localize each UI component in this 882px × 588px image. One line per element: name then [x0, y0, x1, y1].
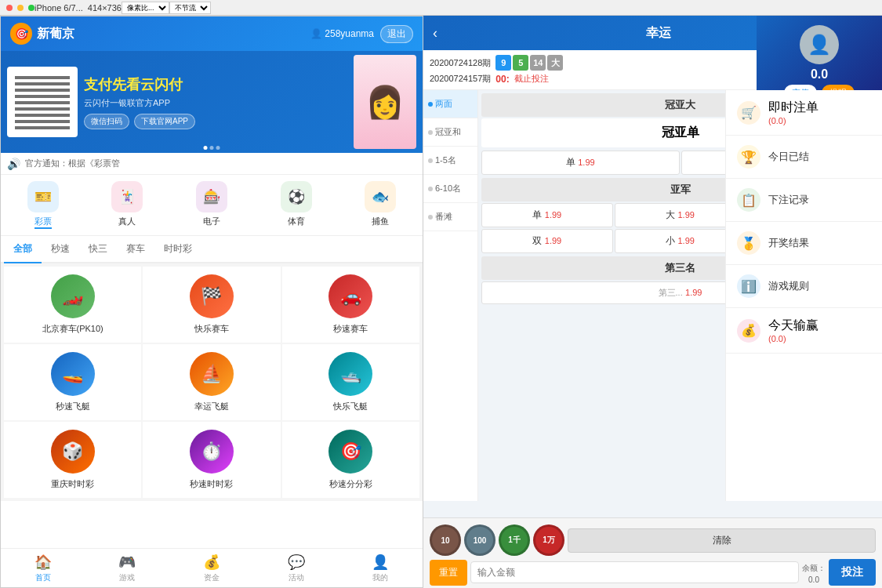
money-icon: 💰 — [737, 319, 760, 343]
menu-today-win[interactable]: 💰 今天输赢 (0.0) — [726, 308, 882, 354]
bet-single[interactable]: 单 1.99 — [481, 151, 680, 175]
chip-10[interactable]: 10 — [430, 524, 461, 556]
game-speedrace[interactable]: 🚗 秒速赛车 — [282, 267, 419, 343]
mine-icon: 👤 — [372, 554, 389, 571]
menu-bet-record[interactable]: 📋 下注记录 — [726, 179, 882, 222]
sidebar-fantane[interactable]: 番滩 — [423, 203, 477, 231]
sidebar-guanyahe[interactable]: 冠亚和 — [423, 118, 477, 147]
lnum-4: 大 — [547, 55, 563, 71]
menu-bet-record-label: 下注记录 — [768, 193, 809, 207]
lnum-2: 5 — [513, 55, 528, 71]
throttle-select[interactable]: 不节流 — [169, 2, 211, 14]
browser-controls — [6, 5, 34, 11]
game-klrace-icon: 🏁 — [190, 274, 234, 318]
tab-race[interactable]: 赛车 — [117, 236, 154, 263]
cat-electronic[interactable]: 🎰 电子 — [196, 181, 227, 229]
nav-mine[interactable]: 👤 我的 — [338, 554, 423, 583]
game-speedboat[interactable]: 🚤 秒速飞艇 — [4, 344, 141, 420]
chip-100[interactable]: 100 — [464, 524, 495, 556]
nav-mine-label: 我的 — [372, 572, 388, 583]
clear-button[interactable]: 清除 — [568, 528, 876, 553]
expand-dot[interactable] — [28, 5, 34, 11]
banner-buttons: 微信扫码 下载官网APP — [84, 114, 347, 129]
menu-instant-order[interactable]: 🛒 即时注单 (0.0) — [726, 90, 882, 136]
lottery-info: 20200724128期 9 5 14 大 20200724157期 00: 截… — [423, 50, 757, 90]
cat-fishing[interactable]: 🐟 捕鱼 — [365, 181, 396, 229]
cat-sports-icon: ⚽ — [281, 181, 312, 212]
notice-icon: 🔊 — [7, 158, 20, 170]
game-bjpk10[interactable]: 🏎️ 北京赛车(PK10) — [4, 267, 141, 343]
lnum-3: 14 — [530, 55, 546, 71]
record-icon: 📋 — [737, 188, 760, 212]
menu-today-result[interactable]: 🏆 今日已结 — [726, 136, 882, 179]
banner-title: 支付先看云闪付 — [84, 75, 347, 94]
game-speedtime-name: 秒速时时彩 — [190, 478, 233, 490]
bet-ru-single[interactable]: 单 1.99 — [481, 203, 613, 227]
qr-code — [15, 74, 70, 129]
banner-btn-download[interactable]: 下载官网APP — [134, 114, 195, 129]
nav-activity[interactable]: 💬 活动 — [254, 554, 339, 583]
game-bjpk10-name: 北京赛车(PK10) — [42, 323, 103, 335]
chip-10k[interactable]: 1万 — [533, 524, 564, 556]
tab-fast3[interactable]: 快三 — [79, 236, 117, 263]
app-header: 🎯 新葡京 👤 258yuanma 退出 — [1, 16, 423, 51]
cat-lottery[interactable]: 🎫 彩票 — [27, 181, 59, 229]
home-icon: 🏠 — [34, 554, 52, 571]
bet-ru-double[interactable]: 双 1.99 — [481, 229, 613, 253]
notice-bar: 🔊 官方通知：根据《彩票管 — [1, 153, 423, 175]
back-button[interactable]: ‹ — [433, 25, 437, 42]
header-right: 👤 258yuanma 退出 — [310, 25, 413, 43]
dot-2 — [210, 146, 214, 150]
game-luckboat[interactable]: ⛵ 幸运飞艇 — [143, 344, 280, 420]
cart-icon: 🛒 — [737, 101, 760, 125]
cat-sports[interactable]: ⚽ 体育 — [281, 181, 312, 229]
lottery-nums: 9 5 14 大 — [495, 55, 563, 71]
game-klrace[interactable]: 🏁 快乐赛车 — [143, 267, 280, 343]
close-dot[interactable] — [6, 5, 13, 11]
nav-activity-label: 活动 — [289, 572, 304, 583]
minimize-dot[interactable] — [17, 5, 24, 11]
cat-electronic-icon: 🎰 — [196, 181, 227, 212]
period1-text: 20200724128期 — [430, 57, 491, 69]
submit-button[interactable]: 投注 — [829, 559, 876, 586]
resolution-width: 414 — [88, 3, 102, 13]
tab-fast[interactable]: 秒速 — [42, 236, 79, 263]
logout-button[interactable]: 退出 — [380, 25, 413, 43]
game-bjpk10-icon: 🏎️ — [51, 274, 95, 318]
game-fastboat-name: 快乐飞艇 — [333, 401, 368, 412]
notice-text: 官方通知：根据《彩票管 — [25, 158, 120, 169]
sidebar-6to10[interactable]: 6-10名 — [423, 175, 477, 203]
menu-game-rules[interactable]: ℹ️ 游戏规则 — [726, 265, 882, 308]
trophy-icon: 🏆 — [737, 145, 760, 169]
sidebar-dot-1to5 — [428, 158, 433, 163]
nav-finance[interactable]: 💰 资金 — [169, 554, 254, 583]
game-speedsub[interactable]: 🎯 秒速分分彩 — [282, 422, 419, 498]
game-fastboat[interactable]: 🛥️ 快乐飞艇 — [282, 344, 419, 420]
tab-all[interactable]: 全部 — [4, 236, 42, 263]
tab-time[interactable]: 时时彩 — [154, 236, 201, 263]
game-luckboat-name: 幸运飞艇 — [194, 401, 229, 412]
game-speedrace-icon: 🚗 — [328, 274, 372, 318]
chip-1k[interactable]: 1千 — [499, 524, 530, 556]
game-speedsub-name: 秒速分分彩 — [329, 478, 372, 490]
reset-button[interactable]: 重置 — [430, 560, 467, 586]
menu-open-result[interactable]: 🥇 开奖结果 — [726, 222, 882, 265]
sidebar-liangmian[interactable]: 两面 — [423, 90, 477, 118]
activity-icon: 💬 — [288, 554, 305, 571]
banner-btn-wechat[interactable]: 微信扫码 — [84, 114, 129, 129]
game-speedtime[interactable]: ⏱️ 秒速时时彩 — [143, 422, 280, 498]
game-cqtime[interactable]: 🎲 重庆时时彩 — [4, 422, 141, 498]
left-panel: 🎯 新葡京 👤 258yuanma 退出 支付先看云闪付 云闪付一银联官方APP… — [0, 16, 423, 588]
amount-input[interactable] — [470, 561, 799, 583]
zoom-select[interactable]: 像素比... — [122, 2, 169, 14]
menu-today-win-label: 今天输赢 (0.0) — [768, 318, 818, 343]
sidebar-1to5[interactable]: 1-5名 — [423, 147, 477, 175]
sub-tabs: 全部 秒速 快三 赛车 时时彩 — [1, 236, 423, 263]
cat-realman[interactable]: 🃏 真人 — [111, 181, 143, 229]
nav-game[interactable]: 🎮 游戏 — [85, 554, 170, 583]
nav-home[interactable]: 🏠 首页 — [1, 554, 85, 583]
right-panel: ‹ 幸运 👤 0.0 充值 提现 20200724128期 9 5 14 大 — [423, 16, 882, 588]
bet-chips: 10 100 1千 1万 清除 — [423, 518, 882, 559]
cat-lottery-icon: 🎫 — [27, 181, 59, 212]
game-speedrace-name: 秒速赛车 — [333, 323, 368, 335]
